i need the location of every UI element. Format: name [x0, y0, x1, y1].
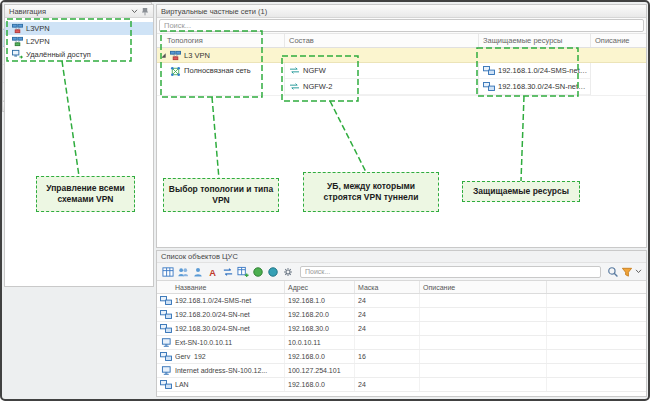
- navigation-tree: L3VPNL2VPNУдалённый доступ: [5, 18, 153, 61]
- subnet-icon: [157, 324, 175, 334]
- transfer-icon[interactable]: [221, 265, 234, 278]
- cell-mask: 24: [354, 308, 419, 321]
- cell-address: 192.168.30.0: [284, 322, 354, 335]
- expand-caret-icon[interactable]: [160, 52, 167, 59]
- cell-name: Ext-SN-10.0.10.11: [175, 339, 284, 346]
- subnet-icon: [483, 66, 495, 76]
- cell-spacer: [546, 350, 646, 363]
- groups-icon[interactable]: [176, 265, 189, 278]
- subnet-icon: [157, 310, 175, 320]
- resource-entry[interactable]: 192.168.30.0/24-SN-net…: [479, 79, 590, 95]
- cell-mask: 16: [354, 350, 419, 363]
- table-row[interactable]: 192.168.1.0/24-SMS-net192.168.1.024: [157, 294, 646, 308]
- cell-description: [419, 336, 546, 349]
- cell-name: 192.168.20.0/24-SN-net: [175, 311, 284, 318]
- cell-spacer: [546, 336, 646, 349]
- vpn-group-row[interactable]: L3 VPN: [157, 48, 646, 63]
- gear-icon[interactable]: [281, 265, 294, 278]
- font-icon[interactable]: A: [206, 265, 219, 278]
- cell-address: 100.127.254.101: [284, 364, 354, 377]
- column-header-resources[interactable]: Защищаемые ресурсы: [478, 34, 590, 47]
- table-row[interactable]: 192.168.30.0/24-SN-net192.168.30.024: [157, 322, 646, 336]
- objects-search-input[interactable]: [300, 266, 601, 278]
- resource-label: 192.168.1.0/24-SMS-net…: [498, 66, 587, 75]
- ngfw-device-icon: [289, 82, 300, 91]
- column-header-description[interactable]: Описание: [590, 34, 646, 47]
- column-header-description[interactable]: Описание: [419, 281, 546, 293]
- column-header-spacer: [546, 281, 646, 293]
- members-cell: NGFWNGFW-2: [284, 63, 478, 95]
- cell-name: 192.168.1.0/24-SMS-net: [175, 297, 284, 304]
- blue-status-icon[interactable]: [266, 265, 279, 278]
- cell-description: [419, 350, 546, 363]
- cell-address: 192.168.1.0: [284, 294, 354, 307]
- member-entry[interactable]: NGFW: [285, 63, 478, 79]
- column-header-name[interactable]: Название: [157, 281, 284, 293]
- tree-item-l3vpn[interactable]: L3VPN: [5, 22, 153, 35]
- cell-address: 192.168.0.0: [284, 350, 354, 363]
- user-icon[interactable]: [191, 265, 204, 278]
- column-header-topology[interactable]: Топология: [157, 34, 284, 47]
- table-row[interactable]: Ext-SN-10.0.10.1110.0.10.11: [157, 336, 646, 350]
- vpn-group-label: L3 VPN: [184, 51, 210, 60]
- column-header-mask[interactable]: Маска: [354, 281, 419, 293]
- filter-chevron-icon[interactable]: [635, 269, 642, 274]
- subnet-icon: [157, 296, 175, 306]
- table-view-icon[interactable]: [161, 265, 174, 278]
- objects-toolbar-icons: A: [161, 265, 294, 278]
- subnet-icon: [483, 82, 495, 92]
- table-row[interactable]: Internet address-SN-100.12...100.127.254…: [157, 364, 646, 378]
- cell-spacer: [546, 364, 646, 377]
- app-window: Навигация L3VPNL2VPNУдалённый доступ Кон…: [0, 0, 650, 401]
- l3vpn-icon: [12, 23, 23, 34]
- cell-description: [419, 378, 546, 391]
- cell-spacer: [546, 294, 646, 307]
- cell-description: [419, 322, 546, 335]
- cell-address: 10.0.10.11: [284, 336, 354, 349]
- cell-spacer: [546, 308, 646, 321]
- chevron-down-icon[interactable]: [131, 9, 138, 14]
- annotation-callout-vpn-tunnels: УБ, между которыми строятся VPN туннели: [303, 172, 439, 212]
- cell-description: [419, 308, 546, 321]
- remote-access-icon: [12, 49, 23, 60]
- member-entry[interactable]: NGFW-2: [285, 79, 478, 95]
- full-mesh-icon: [170, 66, 181, 77]
- member-label: NGFW: [303, 66, 326, 75]
- vpn-panel-title: Виртуальные частные сети (1): [161, 7, 267, 16]
- tree-item-remote-access[interactable]: Удалённый доступ: [5, 48, 153, 61]
- cell-name: Gerv_192: [175, 353, 284, 360]
- cell-spacer: [546, 322, 646, 335]
- cell-mask: 24: [354, 322, 419, 335]
- tree-item-l2vpn[interactable]: L2VPN: [5, 35, 153, 48]
- green-status-icon[interactable]: [251, 265, 264, 278]
- column-header-address[interactable]: Адрес: [284, 281, 354, 293]
- table-row[interactable]: 192.168.20.0/24-SN-net192.168.20.024: [157, 308, 646, 322]
- vpn-search-row: [157, 18, 646, 34]
- vpn-search-input[interactable]: [159, 19, 644, 32]
- column-header-members[interactable]: Состав: [284, 34, 478, 47]
- vpn-panel-header: Виртуальные частные сети (1): [157, 5, 646, 18]
- annotation-callout-resources: Защищаемые ресурсы: [462, 181, 580, 202]
- table-row[interactable]: LAN192.168.0.024: [157, 378, 646, 392]
- topology-label: Полносвязная сеть: [184, 66, 251, 75]
- search-icon[interactable]: [607, 266, 619, 278]
- host-icon: [157, 366, 175, 376]
- subnet-icon: [157, 380, 175, 390]
- tree-item-label: L2VPN: [26, 37, 50, 46]
- cell-name: LAN: [175, 381, 284, 388]
- resource-label: 192.168.30.0/24-SN-net…: [498, 82, 586, 91]
- pin-icon[interactable]: [141, 7, 149, 16]
- cell-mask: 24: [354, 294, 419, 307]
- cell-address: 192.168.0.0: [284, 378, 354, 391]
- table-row[interactable]: Gerv_192192.168.0.016: [157, 350, 646, 364]
- topology-row[interactable]: Полносвязная сеть NGFWNGFW-2 192.168.1.0…: [157, 63, 646, 96]
- resource-entry[interactable]: 192.168.1.0/24-SMS-net…: [479, 63, 590, 79]
- tree-item-label: L3VPN: [26, 24, 50, 33]
- navigation-panel-header: Навигация: [5, 5, 153, 18]
- tree-item-label: Удалённый доступ: [26, 50, 91, 59]
- objects-toolbar: A: [157, 263, 646, 281]
- vpn-table-header: Топология Состав Защищаемые ресурсы Опис…: [157, 34, 646, 48]
- filter-funnel-icon[interactable]: [621, 266, 633, 278]
- objects-table-header: Название Адрес Маска Описание: [157, 281, 646, 294]
- columns-icon[interactable]: [236, 265, 249, 278]
